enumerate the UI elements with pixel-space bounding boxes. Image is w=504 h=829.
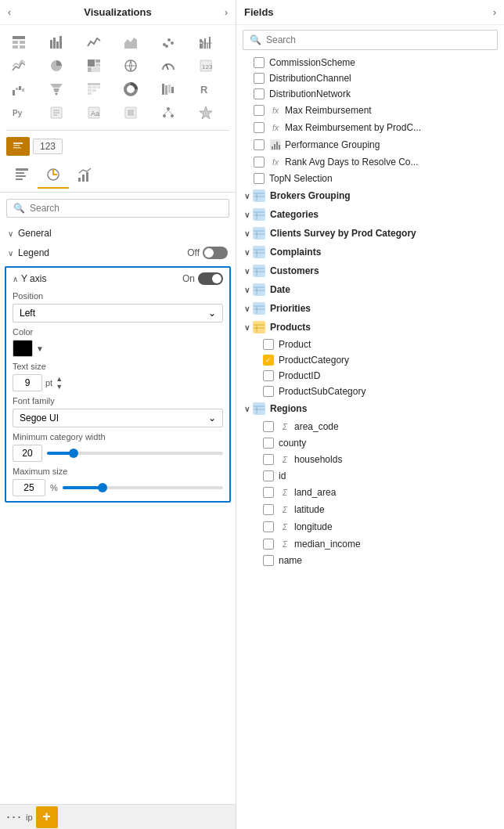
viz-panel-expand-right[interactable]: ›: [225, 7, 228, 18]
viz-icon-kpi[interactable]: 123: [193, 55, 218, 77]
format-type-icon[interactable]: [6, 137, 30, 156]
viz-panel-collapse-left[interactable]: ‹: [8, 7, 11, 18]
list-item[interactable]: Product: [239, 337, 501, 352]
viz-icon-area-chart[interactable]: [118, 31, 143, 53]
field-checkbox[interactable]: [263, 438, 274, 449]
field-checkbox[interactable]: [254, 122, 265, 133]
group-row[interactable]: ∨ Priorities: [239, 299, 501, 318]
viz-icon-gauge[interactable]: [156, 55, 181, 77]
list-item[interactable]: county: [239, 435, 501, 451]
field-checkbox[interactable]: [263, 355, 274, 366]
viz-icon-multi-line[interactable]: [6, 55, 31, 77]
tab-format[interactable]: [38, 162, 69, 189]
legend-toggle-track[interactable]: [203, 247, 228, 259]
field-checkbox[interactable]: [263, 370, 274, 381]
format-type-badge[interactable]: 123: [33, 139, 63, 154]
list-item[interactable]: id: [239, 468, 501, 484]
fields-search-input[interactable]: [266, 34, 491, 45]
field-checkbox[interactable]: [263, 504, 274, 515]
list-item[interactable]: ProductSubCategory: [239, 384, 501, 399]
viz-icon-decomp[interactable]: [156, 102, 181, 124]
list-item[interactable]: Σ longitude: [239, 518, 501, 535]
field-checkbox[interactable]: [254, 88, 265, 99]
group-row[interactable]: ∨ Regions: [239, 399, 501, 418]
list-item[interactable]: Σ median_income: [239, 535, 501, 553]
viz-icon-smart[interactable]: [193, 102, 218, 124]
list-item[interactable]: ProductID: [239, 368, 501, 384]
field-checkbox[interactable]: [254, 139, 265, 150]
section-general[interactable]: ∨ General: [0, 224, 236, 243]
list-item[interactable]: name: [239, 553, 501, 568]
viz-icon-bar-chart[interactable]: [44, 31, 69, 53]
list-item[interactable]: fx Max Reimbursement: [239, 102, 501, 119]
field-checkbox[interactable]: [263, 539, 274, 550]
color-swatch[interactable]: [13, 340, 33, 357]
viz-search-input[interactable]: [30, 203, 222, 214]
font-family-dropdown[interactable]: Segoe UI ⌄: [13, 409, 223, 427]
fields-search-box[interactable]: 🔍: [243, 30, 498, 50]
viz-icon-donut[interactable]: [118, 78, 143, 100]
list-item[interactable]: TopN Selection: [239, 171, 501, 186]
group-row[interactable]: ∨ Complaints: [239, 243, 501, 261]
viz-icon-map[interactable]: [118, 55, 143, 77]
list-item[interactable]: fx Max Reimbursement by ProdC...: [239, 119, 501, 136]
field-checkbox[interactable]: [263, 555, 274, 566]
group-row[interactable]: ∨ Categories: [239, 205, 501, 224]
field-checkbox[interactable]: [254, 57, 265, 68]
text-size-input[interactable]: [13, 374, 42, 391]
group-row[interactable]: ∨ Clients Survey by Prod Category: [239, 224, 501, 243]
group-row[interactable]: ∨ Products: [239, 318, 501, 337]
stepper-down[interactable]: ▼: [56, 383, 63, 391]
viz-icon-pie[interactable]: [44, 55, 69, 77]
stepper-up[interactable]: ▲: [56, 375, 63, 383]
field-checkbox[interactable]: [263, 386, 274, 397]
viz-icon-r[interactable]: R: [193, 78, 218, 100]
viz-icon-waterfall[interactable]: [6, 78, 31, 100]
field-checkbox[interactable]: [263, 487, 274, 498]
max-size-slider[interactable]: [63, 481, 223, 494]
field-checkbox[interactable]: [254, 105, 265, 116]
viz-icon-column-chart[interactable]: [193, 31, 218, 53]
list-item[interactable]: Σ households: [239, 451, 501, 468]
fields-panel-expand[interactable]: ›: [493, 7, 496, 18]
legend-toggle[interactable]: Off: [187, 247, 228, 259]
max-size-input[interactable]: [13, 479, 45, 496]
viz-icon-line-chart[interactable]: [81, 31, 106, 53]
viz-icon-funnel[interactable]: [44, 78, 69, 100]
field-checkbox[interactable]: [254, 73, 265, 84]
field-checkbox[interactable]: [254, 157, 265, 168]
list-item[interactable]: DistributionNetwork: [239, 86, 501, 102]
group-row[interactable]: ∨ Customers: [239, 261, 501, 280]
viz-icon-q[interactable]: [44, 102, 69, 124]
viz-icon-table[interactable]: [6, 31, 31, 53]
position-dropdown[interactable]: Left ⌄: [13, 304, 223, 323]
viz-icon-py[interactable]: Py: [6, 102, 31, 124]
list-item[interactable]: Σ latitude: [239, 501, 501, 518]
group-row[interactable]: ∨ Date: [239, 280, 501, 299]
viz-icon-shape[interactable]: [118, 102, 143, 124]
more-options-dots[interactable]: ···: [6, 809, 23, 825]
list-item[interactable]: fx Rank Avg Days to Resolve Co...: [239, 153, 501, 171]
min-width-input[interactable]: [13, 445, 42, 462]
group-row[interactable]: ∨ Brokers Grouping: [239, 186, 501, 205]
yaxis-toggle[interactable]: On: [182, 272, 223, 285]
viz-search-box[interactable]: 🔍: [6, 199, 229, 218]
field-checkbox[interactable]: [263, 421, 274, 432]
viz-icon-text[interactable]: Aa: [81, 102, 106, 124]
list-item[interactable]: Performance Grouping: [239, 136, 501, 153]
field-checkbox[interactable]: [263, 521, 274, 532]
tab-analytics[interactable]: [69, 162, 100, 189]
field-checkbox[interactable]: [254, 173, 265, 184]
viz-icon-scatter[interactable]: [156, 31, 181, 53]
list-item[interactable]: ProductCategory: [239, 352, 501, 368]
min-width-slider[interactable]: [47, 447, 223, 460]
field-checkbox[interactable]: [263, 339, 274, 350]
viz-icon-treemap[interactable]: [81, 55, 106, 77]
viz-icon-matrix[interactable]: [81, 78, 106, 100]
field-checkbox[interactable]: [263, 470, 274, 481]
field-checkbox[interactable]: [263, 454, 274, 465]
list-item[interactable]: DistributionChannel: [239, 70, 501, 86]
list-item[interactable]: CommissionScheme: [239, 55, 501, 70]
list-item[interactable]: Σ land_area: [239, 484, 501, 501]
add-button[interactable]: +: [36, 806, 58, 828]
